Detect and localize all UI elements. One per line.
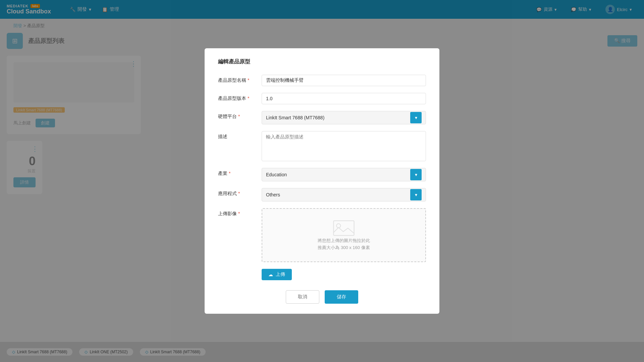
platform-select[interactable]: LinkIt Smart 7688 (MT7688) ▾: [262, 111, 426, 124]
upload-button[interactable]: ☁ 上傳: [262, 269, 292, 280]
required-mark-platform: *: [238, 114, 240, 119]
field-label-desc: 描述: [218, 131, 262, 140]
required-mark-name: *: [248, 77, 249, 83]
upload-text: 將您想上傳的圖片拖拉於此 推薦大小為 300 x 160 像素: [318, 237, 370, 251]
platform-chevron-icon: ▾: [410, 112, 422, 123]
product-name-input[interactable]: [262, 75, 426, 86]
app-chevron-icon: ▾: [410, 189, 422, 200]
field-label-name: 產品原型名稱 *: [218, 75, 262, 83]
field-label-industry: 產業 *: [218, 168, 262, 177]
edit-modal: 編輯產品原型 產品原型名稱 * 產品原型版本 * 硬體平台 *: [205, 48, 439, 314]
industry-select-value: Education: [266, 172, 287, 177]
form-row-app: 應用程式 * Others ▾: [218, 188, 426, 201]
industry-select[interactable]: Education ▾: [262, 168, 426, 181]
field-label-app: 應用程式 *: [218, 188, 262, 197]
form-row-name: 產品原型名稱 *: [218, 75, 426, 86]
field-label-platform: 硬體平台 *: [218, 111, 262, 120]
modal-title: 編輯產品原型: [218, 58, 426, 65]
required-mark-image: *: [238, 211, 240, 216]
save-button[interactable]: 儲存: [325, 290, 358, 304]
upload-btn-label: 上傳: [276, 272, 285, 278]
industry-chevron-icon: ▾: [410, 169, 422, 180]
field-label-version: 產品原型版本 *: [218, 93, 262, 102]
form-row-platform: 硬體平台 * LinkIt Smart 7688 (MT7688) ▾: [218, 111, 426, 124]
form-row-version: 產品原型版本 *: [218, 93, 426, 104]
field-label-image: 上傳影像 *: [218, 208, 262, 217]
app-select-value: Others: [266, 192, 280, 197]
app-select[interactable]: Others ▾: [262, 188, 426, 201]
app-select-wrapper: Others ▾: [262, 188, 426, 201]
required-mark-industry: *: [229, 171, 230, 176]
form-row-industry: 產業 * Education ▾: [218, 168, 426, 181]
image-drop-zone[interactable]: 將您想上傳的圖片拖拉於此 推薦大小為 300 x 160 像素: [262, 208, 426, 262]
required-mark-version: *: [248, 96, 249, 101]
required-mark-app: *: [238, 191, 240, 196]
modal-footer: 取消 儲存: [218, 290, 426, 304]
cancel-button[interactable]: 取消: [286, 290, 319, 304]
form-row-desc: 描述: [218, 131, 426, 161]
desc-textarea[interactable]: [262, 131, 426, 161]
upload-cloud-icon: ☁: [268, 272, 273, 277]
industry-select-wrapper: Education ▾: [262, 168, 426, 181]
platform-select-value: LinkIt Smart 7688 (MT7688): [266, 115, 324, 120]
form-row-image: 上傳影像 * 將您想上傳的圖片拖拉於此 推薦大小為 300 x 160 像素: [218, 208, 426, 280]
image-placeholder-icon: [332, 219, 356, 237]
product-version-input[interactable]: [262, 93, 426, 104]
platform-select-wrapper: LinkIt Smart 7688 (MT7688) ▾: [262, 111, 426, 124]
modal-overlay: 編輯產品原型 產品原型名稱 * 產品原型版本 * 硬體平台 *: [0, 0, 644, 362]
svg-rect-0: [333, 221, 354, 236]
